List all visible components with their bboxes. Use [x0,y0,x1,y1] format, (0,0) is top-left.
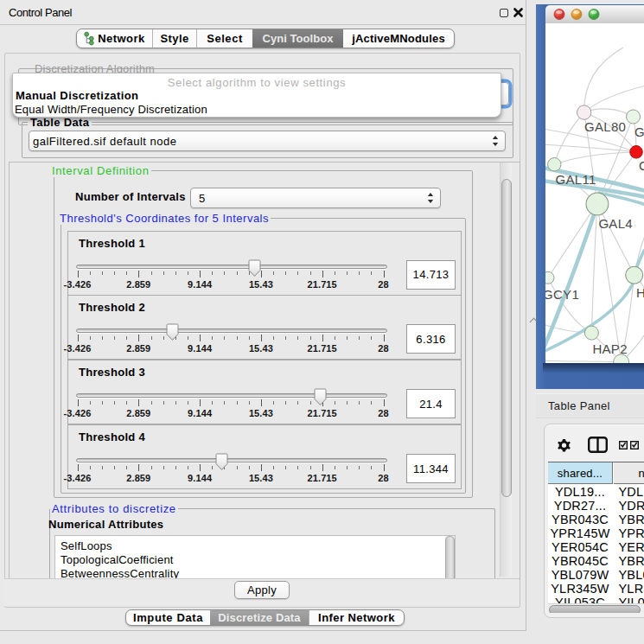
svg-text:GCY1: GCY1 [545,287,579,302]
svg-text:H: H [636,285,644,300]
svg-text:G.: G. [634,124,644,139]
svg-text:GAL80: GAL80 [584,119,626,134]
svg-text:GAL11: GAL11 [556,172,596,187]
svg-text:C: C [639,158,644,173]
svg-text:HAP2: HAP2 [592,341,627,356]
svg-text:GAL4: GAL4 [598,216,633,231]
